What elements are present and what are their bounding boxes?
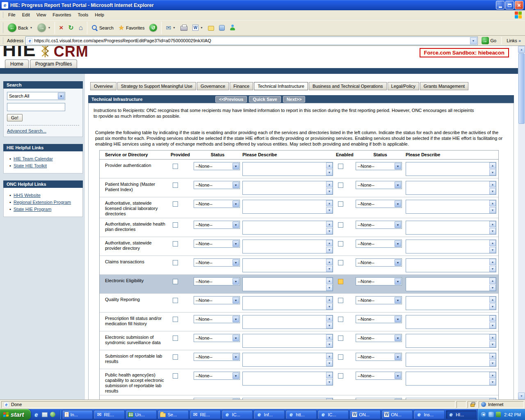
scroll-down-icon[interactable]: ▼ xyxy=(326,188,333,194)
textarea-scrollbar[interactable]: ▲▼ xyxy=(489,240,496,253)
enabled-describe-textarea[interactable]: ▲▼ xyxy=(406,221,496,235)
textarea-scrollbar[interactable]: ▲▼ xyxy=(489,334,496,347)
enabled-status-select[interactable]: --None--▼ xyxy=(356,221,402,229)
content-tab-technical-infrastructure[interactable]: Technical Infrastructure xyxy=(254,82,308,90)
edit-dropdown-icon[interactable]: ▼ xyxy=(200,26,203,29)
close-button[interactable]: × xyxy=(515,1,523,9)
content-tab-overview[interactable]: Overview xyxy=(90,82,116,90)
taskbar-button[interactable]: eIC... xyxy=(222,410,253,419)
toolbar-grip[interactable] xyxy=(2,37,3,44)
scroll-up-icon[interactable]: ▲ xyxy=(489,221,496,227)
provided-status-select[interactable]: --None--▼ xyxy=(194,277,240,285)
provided-describe-textarea[interactable]: ▲▼ xyxy=(242,240,333,253)
chevron-down-icon[interactable]: ▼ xyxy=(233,297,239,304)
provided-describe-textarea[interactable]: ▲▼ xyxy=(242,221,333,235)
quick-launch-ie-icon[interactable]: e xyxy=(33,411,40,418)
textarea-scrollbar[interactable]: ▲▼ xyxy=(489,259,496,272)
menu-favorites[interactable]: Favorites xyxy=(49,11,74,18)
enabled-checkbox[interactable] xyxy=(338,183,343,188)
forward-button[interactable]: → ▼ xyxy=(35,22,52,33)
toolbar-grip[interactable] xyxy=(2,22,3,33)
enabled-checkbox[interactable] xyxy=(338,260,343,265)
chevron-down-icon[interactable]: ▼ xyxy=(395,163,401,169)
provided-describe-textarea[interactable]: ▲▼ xyxy=(242,200,333,214)
provided-status-select[interactable]: --None--▼ xyxy=(194,258,240,267)
previous-button[interactable]: <<Previous xyxy=(215,96,247,103)
scroll-up-icon[interactable]: ▲ xyxy=(326,200,333,206)
regional-extension-program-link[interactable]: Regional Extension Program xyxy=(14,200,71,205)
scroll-down-icon[interactable]: ▼ xyxy=(326,304,333,310)
content-tab-business-and-technical-operations[interactable]: Business and Technical Operations xyxy=(309,82,387,90)
enabled-status-select[interactable]: --None--▼ xyxy=(356,258,402,267)
toolbar-grip[interactable] xyxy=(2,11,3,18)
refresh-button[interactable]: ↻ xyxy=(66,23,75,32)
chevron-down-icon[interactable]: ▼ xyxy=(395,240,401,247)
search-scope-select[interactable]: Search All ▼ xyxy=(7,92,65,100)
edit-button[interactable]: W ▼ xyxy=(190,23,205,32)
content-tab-strategy-to-support-meaningful-use[interactable]: Strategy to Support Meaningful Use xyxy=(117,82,196,90)
textarea-scrollbar[interactable]: ▲▼ xyxy=(489,297,496,310)
chevron-down-icon[interactable]: ▼ xyxy=(395,372,401,379)
enabled-status-select[interactable]: --None--▼ xyxy=(356,334,402,342)
history-button[interactable]: ↺ xyxy=(147,23,159,33)
scroll-up-icon[interactable]: ▲ xyxy=(326,221,333,227)
scroll-down-icon[interactable]: ▼ xyxy=(326,228,333,234)
mail-button[interactable]: ✉ ▼ xyxy=(164,23,178,32)
enabled-describe-textarea[interactable]: ▲▼ xyxy=(406,334,496,348)
enabled-status-select[interactable]: --None--▼ xyxy=(356,162,402,170)
provided-checkbox[interactable] xyxy=(173,201,178,207)
vertical-scrollbar[interactable]: ▲ ▼ xyxy=(518,46,525,399)
enabled-describe-textarea[interactable]: ▲▼ xyxy=(406,258,496,272)
chevron-down-icon[interactable]: ▼ xyxy=(233,335,239,341)
enabled-status-select[interactable]: --None--▼ xyxy=(356,315,402,323)
start-button[interactable]: start xyxy=(0,409,31,420)
back-dropdown-icon[interactable]: ▼ xyxy=(30,26,32,29)
provided-describe-textarea[interactable]: ▲▼ xyxy=(242,181,333,195)
quick-save-button[interactable]: Quick Save xyxy=(249,96,281,103)
scroll-down-icon[interactable]: ▼ xyxy=(326,322,333,329)
provided-status-select[interactable]: --None--▼ xyxy=(194,372,240,380)
taskbar-button[interactable]: eInf... xyxy=(254,410,285,419)
provided-describe-textarea[interactable]: ▲▼ xyxy=(242,296,333,310)
content-tab-grants-management[interactable]: Grants Management xyxy=(420,82,468,90)
quick-launch-app-icon[interactable] xyxy=(50,411,56,418)
forward-dropdown-icon[interactable]: ▼ xyxy=(48,26,50,29)
scroll-up-icon[interactable]: ▲ xyxy=(326,162,333,169)
textarea-scrollbar[interactable]: ▲▼ xyxy=(326,240,333,253)
scrollbar-thumb[interactable] xyxy=(518,53,525,124)
provided-checkbox[interactable] xyxy=(173,279,178,284)
scroll-up-icon[interactable]: ▲ xyxy=(489,297,496,303)
chevron-down-icon[interactable]: ▼ xyxy=(233,278,239,285)
stop-button[interactable]: × xyxy=(57,23,65,32)
enabled-status-select[interactable]: --None--▼ xyxy=(356,353,402,361)
chevron-down-icon[interactable]: ▼ xyxy=(233,354,239,360)
provided-status-select[interactable]: --None--▼ xyxy=(194,353,240,361)
scroll-up-icon[interactable]: ▲ xyxy=(489,200,496,206)
taskbar-button[interactable]: eIns... xyxy=(414,410,445,419)
chevron-down-icon[interactable]: ▼ xyxy=(233,240,239,247)
scroll-down-icon[interactable]: ▼ xyxy=(489,341,496,347)
provided-describe-textarea[interactable]: ▲▼ xyxy=(242,334,333,348)
enabled-checkbox[interactable] xyxy=(338,317,343,322)
taskbar-button[interactable]: Un... xyxy=(126,410,157,419)
tray-icon[interactable] xyxy=(488,412,494,417)
chevron-down-icon[interactable]: ▼ xyxy=(233,372,239,379)
provided-describe-textarea[interactable]: ▲▼ xyxy=(242,162,333,176)
enabled-status-select[interactable]: --None--▼ xyxy=(356,296,402,304)
scroll-down-icon[interactable]: ▼ xyxy=(489,207,496,213)
show-desktop-icon[interactable] xyxy=(41,411,48,418)
provided-status-select[interactable]: --None--▼ xyxy=(194,315,240,323)
enabled-describe-textarea[interactable]: ▲▼ xyxy=(406,315,496,329)
scroll-up-icon[interactable]: ▲ xyxy=(489,353,496,359)
state-hie-program-link[interactable]: State HIE Program xyxy=(14,207,51,212)
enabled-describe-textarea[interactable]: ▲▼ xyxy=(406,200,496,214)
hhs-website-link[interactable]: HHS Website xyxy=(14,193,41,198)
discuss-button[interactable] xyxy=(206,24,216,32)
textarea-scrollbar[interactable]: ▲▼ xyxy=(489,221,496,234)
enabled-status-select[interactable]: --None--▼ xyxy=(356,240,402,248)
content-tab-legal-policy[interactable]: Legal/Policy xyxy=(388,82,419,90)
scroll-up-icon[interactable]: ▲ xyxy=(489,162,496,169)
menu-edit[interactable]: Edit xyxy=(19,11,33,18)
nav-tab-program-profiles[interactable]: Program Profiles xyxy=(30,59,77,68)
scroll-down-icon[interactable]: ▼ xyxy=(489,304,496,310)
